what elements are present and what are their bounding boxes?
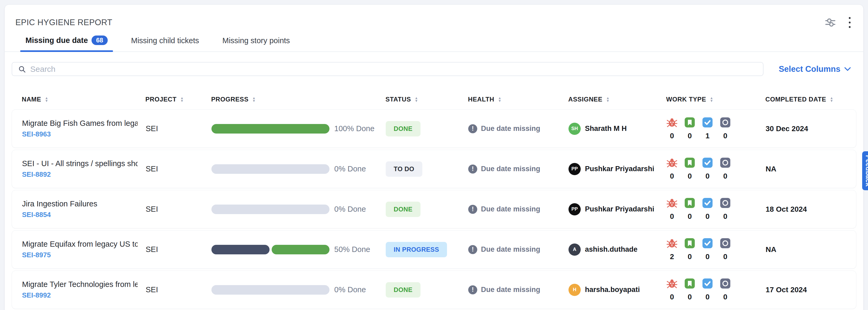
story-icon — [684, 198, 695, 208]
work-type-count: 0 — [705, 212, 710, 221]
bug-icon — [666, 117, 677, 128]
epic-key-link[interactable]: SEI-8892 — [22, 170, 138, 179]
progress-bar — [211, 285, 330, 295]
task-icon — [702, 158, 713, 168]
tab-label: Missing due date — [26, 36, 88, 45]
work-type-circle: 0 — [720, 158, 731, 180]
bug-icon — [666, 278, 677, 289]
task-icon — [702, 198, 713, 208]
work-type-task: 0 — [702, 198, 713, 221]
header-actions — [824, 16, 851, 29]
work-type-story: 0 — [684, 117, 695, 140]
work-type-bug: 0 — [666, 198, 678, 221]
work-type-count: 0 — [688, 172, 692, 180]
circle-icon — [720, 117, 731, 128]
epic-name: Migrate Big Fish Games from legacy ... — [22, 119, 138, 128]
epic-key-link[interactable]: SEI-8975 — [22, 251, 138, 259]
work-type-count: 0 — [723, 212, 727, 221]
work-type-cell: 0000 — [666, 278, 766, 301]
table-row[interactable]: Migrate Equifax from legacy US to SE... … — [12, 230, 856, 269]
work-type-task: 0 — [702, 158, 713, 180]
select-columns-button[interactable]: Select Columns — [779, 64, 851, 74]
completed-date: 18 Oct 2024 — [766, 205, 846, 213]
column-header-assignee[interactable]: ASSIGNEE ▲▼ — [568, 96, 666, 103]
assignee-name: Pushkar Priyadarshi — [585, 205, 654, 213]
chevron-down-icon — [844, 67, 851, 71]
work-type-count: 0 — [723, 293, 727, 301]
work-type-bug: 0 — [666, 117, 678, 140]
warning-icon: ! — [468, 245, 477, 254]
completed-date: NA — [766, 245, 846, 254]
column-header-completed-date[interactable]: COMPLETED DATE ▲▼ — [765, 96, 846, 103]
work-type-count: 2 — [670, 252, 674, 261]
epic-name: Migrate Equifax from legacy US to SE... — [22, 240, 138, 248]
column-header-status[interactable]: STATUS ▲▼ — [385, 96, 468, 103]
column-header-work-type[interactable]: WORK TYPE ▲▼ — [666, 96, 765, 103]
health-label: Due date missing — [481, 165, 540, 173]
avatar: A — [568, 243, 581, 256]
work-type-story: 0 — [684, 278, 695, 301]
work-type-bug: 0 — [666, 158, 678, 180]
health-label: Due date missing — [481, 286, 540, 294]
progress-label: 0% Done — [334, 285, 366, 294]
assignee-name: Pushkar Priyadarshi — [585, 165, 654, 173]
progress-label: 0% Done — [334, 165, 366, 173]
task-icon — [702, 238, 713, 248]
epic-key-link[interactable]: SEI-8963 — [22, 130, 138, 138]
epic-name: Jira Ingestion Failures — [22, 200, 138, 208]
search-input[interactable] — [30, 65, 757, 74]
table-row[interactable]: Migrate Big Fish Games from legacy ... S… — [12, 109, 856, 148]
work-type-task: 0 — [702, 278, 713, 301]
progress-bar — [211, 164, 330, 174]
work-type-bug: 2 — [666, 238, 678, 261]
kebab-menu-icon[interactable] — [848, 16, 851, 29]
work-type-circle: 0 — [720, 117, 731, 140]
status-badge: TO DO — [386, 161, 422, 177]
work-type-count: 0 — [688, 212, 692, 221]
work-type-story: 0 — [684, 198, 695, 221]
report-header: EPIC HYGIENE REPORT — [5, 5, 863, 29]
avatar: SH — [568, 123, 581, 135]
tab-missing-story-points[interactable]: Missing story points — [217, 36, 295, 51]
progress-bar — [211, 205, 330, 214]
work-type-circle: 0 — [720, 278, 731, 301]
epic-key-link[interactable]: SEI-8854 — [22, 211, 138, 219]
work-type-count: 0 — [705, 172, 710, 180]
column-header-name[interactable]: NAME ▲▼ — [22, 96, 145, 103]
sort-icon: ▲▼ — [415, 97, 418, 102]
status-badge: DONE — [386, 282, 421, 298]
assignee-name: harsha.boyapati — [585, 286, 640, 294]
work-type-bug: 0 — [666, 278, 678, 301]
column-header-project[interactable]: PROJECT ▲▼ — [145, 96, 211, 103]
project-cell: SEI — [146, 245, 211, 254]
avatar: H — [568, 284, 581, 296]
column-header-progress[interactable]: PROGRESS ▲▼ — [211, 96, 385, 103]
story-icon — [684, 278, 695, 289]
sort-icon: ▲▼ — [498, 97, 501, 102]
work-type-count: 0 — [705, 293, 710, 301]
work-type-task: 0 — [702, 238, 713, 261]
filter-sliders-icon[interactable] — [824, 17, 837, 28]
table-row[interactable]: SEI - UI - All strings / spellings shoul… — [12, 150, 856, 188]
work-type-count: 1 — [705, 132, 710, 140]
work-type-task: 1 — [702, 117, 713, 140]
column-header-health[interactable]: HEALTH ▲▼ — [468, 96, 568, 103]
tab-missing-due-date[interactable]: Missing due date 68 — [20, 35, 113, 51]
toolbar: Select Columns — [12, 62, 851, 76]
sort-icon: ▲▼ — [45, 97, 48, 102]
feedback-tab[interactable]: Feedback — [862, 151, 868, 190]
warning-icon: ! — [468, 165, 477, 174]
warning-icon: ! — [468, 205, 477, 214]
work-type-count: 0 — [670, 132, 674, 140]
tab-label: Missing story points — [222, 36, 290, 45]
tab-missing-child-tickets[interactable]: Missing child tickets — [126, 36, 204, 51]
circle-icon — [720, 278, 731, 289]
table-row[interactable]: Migrate Tyler Technologies from lega... … — [12, 271, 856, 309]
search-box[interactable] — [12, 62, 764, 76]
task-icon — [702, 278, 713, 289]
table-row[interactable]: Jira Ingestion Failures SEI-8854 SEI 0% … — [12, 190, 856, 229]
work-type-count: 0 — [688, 132, 692, 140]
tab-count-badge: 68 — [92, 35, 108, 45]
tab-label: Missing child tickets — [131, 36, 199, 45]
epic-key-link[interactable]: SEI-8992 — [22, 291, 138, 300]
